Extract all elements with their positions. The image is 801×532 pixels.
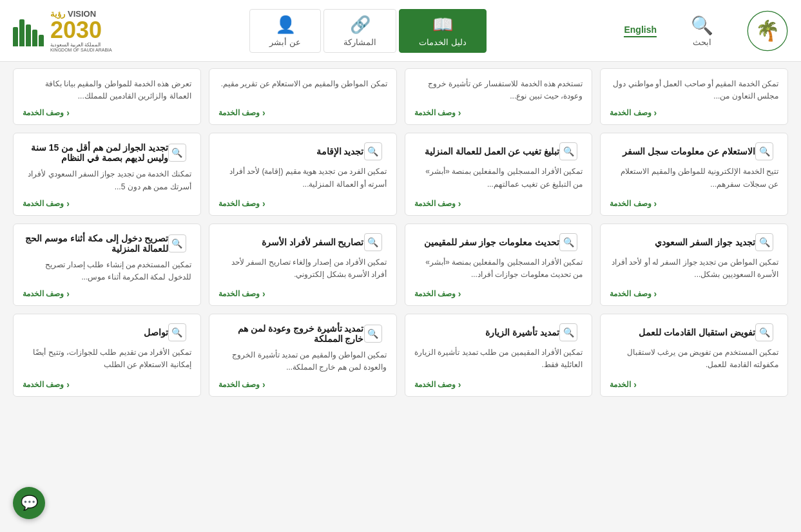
card-r2-2: 🔍 تجديد الإقامة تمكين الفرد من تجديد هوي… — [209, 133, 397, 215]
card-r2-4: 🔍 الاستعلام عن معلومات سجل السفر تتيح ال… — [600, 133, 788, 215]
card-r4-4-header: 🔍 تفويض استقبال القادمات للعمل — [610, 323, 778, 341]
search-label: ابحث — [693, 37, 711, 47]
card-r2-1-header: 🔍 تجديد الجواز لمن هم أقل من 15 سنة وليس… — [23, 142, 191, 163]
card-r3-4-title: تجديد جواز السفر السعودي — [610, 237, 755, 247]
card-r2-3-link[interactable]: وصف الخدمة — [414, 198, 583, 209]
card-r4-4-desc: تمكين المستخدم من تفويض من يرغب لاستقبال… — [610, 347, 778, 374]
card-r2-4-desc: تتيح الخدمة الإلكترونية للمواطن والمقيم … — [610, 166, 778, 193]
card-r3-1-search[interactable]: 🔍 — [168, 234, 186, 252]
search-button[interactable]: 🔍 ابحث — [670, 15, 734, 47]
card-r4-2-link[interactable]: وصف الخدمة — [218, 379, 387, 390]
main-content: تمكن الخدمة المقيم أو صاحب العمل أو مواط… — [0, 62, 801, 403]
card-r2-3-desc: تمكين الأفراد المسجلين والمفعلين بمنصة «… — [414, 166, 583, 193]
vision-logo: VISION رؤية 2030 المملكة العربية السعودي… — [50, 9, 112, 52]
card-r2-3: 🔍 تبليغ تغيب عن العمل للعمالة المنزلية ت… — [405, 133, 593, 215]
vision-logo-area: VISION رؤية 2030 المملكة العربية السعودي… — [13, 9, 112, 52]
card-r2-1-desc: تمكنك الخدمة من تجديد جواز السفر السعودي… — [23, 168, 191, 193]
nav-absher[interactable]: 👤 عن أبشر — [249, 9, 321, 53]
card-r4-1: 🔍 تواصل تمكين الأفراد من تقديم طلب للجوا… — [13, 314, 201, 396]
card-top-3: تستخدم هذه الخدمة للاستفسار عن تأشيرة خر… — [405, 68, 593, 125]
card-r3-1-title: تصريح دخول إلى مكة أثناء موسم الحج للعما… — [23, 233, 168, 254]
card-r3-4-header: 🔍 تجديد جواز السفر السعودي — [610, 233, 778, 251]
card-r2-1-search[interactable]: 🔍 — [168, 144, 186, 162]
search-icon: 🔍 — [691, 15, 713, 36]
card-r4-1-header: 🔍 تواصل — [23, 323, 191, 341]
card-r2-4-title: الاستعلام عن معلومات سجل السفر — [610, 146, 755, 157]
bar-chart-icon — [13, 15, 44, 46]
card-r3-3-title: تحديث معلومات جواز سفر للمقيمين — [414, 237, 560, 247]
nav-musharaka[interactable]: 🔗 المشاركة — [323, 9, 396, 53]
card-top-4-desc: تمكن الخدمة المقيم أو صاحب العمل أو مواط… — [610, 78, 778, 102]
card-top-3-desc: تستخدم هذه الخدمة للاستفسار عن تأشيرة خر… — [414, 78, 583, 102]
card-r4-3-header: 🔍 تمديد تأشيرة الزيارة — [414, 323, 583, 341]
row-4: 🔍 تفويض استقبال القادمات للعمل تمكين الم… — [13, 314, 788, 396]
card-r4-4-link[interactable]: الخدمة — [610, 379, 778, 390]
card-r4-3-desc: تمكين الأفراد المقيمين من طلب تمديد تأشي… — [414, 347, 583, 374]
daleel-icon: 📖 — [432, 15, 453, 35]
card-r4-3-link[interactable]: وصف الخدمة — [414, 379, 583, 390]
card-r2-3-header: 🔍 تبليغ تغيب عن العمل للعمالة المنزلية — [414, 142, 583, 160]
card-r2-2-link[interactable]: وصف الخدمة — [218, 198, 387, 209]
card-r3-3-link[interactable]: وصف الخدمة — [414, 289, 583, 299]
card-r2-2-search[interactable]: 🔍 — [364, 142, 382, 160]
card-r2-2-title: تجديد الإقامة — [218, 146, 364, 157]
card-top-4: تمكن الخدمة المقيم أو صاحب العمل أو مواط… — [600, 68, 788, 125]
card-r4-3-search[interactable]: 🔍 — [559, 323, 577, 341]
card-r3-2: 🔍 تصاريح السفر لأفراد الأسرة تمكين الأفر… — [209, 223, 397, 306]
card-r3-4-search[interactable]: 🔍 — [755, 233, 773, 251]
main-nav: 📖 دليل الخدمات 🔗 المشاركة 👤 عن أبشر — [248, 9, 487, 53]
card-r3-4-link[interactable]: وصف الخدمة — [610, 289, 778, 299]
card-r3-2-title: تصاريح السفر لأفراد الأسرة — [218, 237, 364, 247]
card-r3-2-search[interactable]: 🔍 — [364, 233, 382, 251]
card-r2-3-search[interactable]: 🔍 — [559, 142, 577, 160]
card-r3-1-desc: تمكين المستخدم من إنشاء طلب إصدار تصريح … — [23, 259, 191, 283]
card-r3-1-link[interactable]: وصف الخدمة — [23, 289, 191, 299]
card-top-1: تعرض هذه الخدمة للمواطن والمقيم بيانا بك… — [13, 68, 201, 125]
card-r4-1-title: تواصل — [23, 327, 168, 337]
card-r4-1-desc: تمكين الأفراد من تقديم طلب للجوازات، وتت… — [23, 347, 191, 374]
card-r2-2-desc: تمكين الفرد من تجديد هوية مقيم (إقامة) ل… — [218, 166, 387, 193]
card-r2-4-header: 🔍 الاستعلام عن معلومات سجل السفر — [610, 142, 778, 160]
card-r4-1-link[interactable]: وصف الخدمة — [23, 379, 191, 390]
card-r3-3-header: 🔍 تحديث معلومات جواز سفر للمقيمين — [414, 233, 583, 251]
card-r3-4: 🔍 تجديد جواز السفر السعودي تمكين المواطن… — [600, 223, 788, 306]
top-partial-row: تمكن الخدمة المقيم أو صاحب العمل أو مواط… — [13, 68, 788, 125]
card-r3-2-link[interactable]: وصف الخدمة — [218, 289, 387, 299]
card-r4-4: 🔍 تفويض استقبال القادمات للعمل تمكين الم… — [600, 314, 788, 396]
saudi-crest-icon: 🌴 — [747, 10, 788, 52]
row-3: 🔍 تجديد جواز السفر السعودي تمكين المواطن… — [13, 223, 788, 306]
absher-icon: 👤 — [275, 15, 296, 35]
card-r4-2: 🔍 تمديد تأشيرة خروج وعودة لمن هم خارج ال… — [209, 314, 397, 396]
daleel-label: دليل الخدمات — [419, 37, 467, 47]
card-r4-1-search[interactable]: 🔍 — [168, 323, 186, 341]
card-r2-4-link[interactable]: وصف الخدمة — [610, 198, 778, 209]
card-r3-3-search[interactable]: 🔍 — [559, 233, 577, 251]
card-top-2-desc: تمكن المواطن والمقيم من الاستعلام عن تقر… — [218, 78, 387, 102]
card-r4-4-search[interactable]: 🔍 — [755, 323, 773, 341]
nav-daleel[interactable]: 📖 دليل الخدمات — [399, 9, 487, 53]
card-r2-1-link[interactable]: وصف الخدمة — [23, 198, 191, 209]
card-r3-3-desc: تمكين الأفراد المسجلين والمفعلين بمنصة «… — [414, 256, 583, 283]
card-r4-2-title: تمديد تأشيرة خروج وعودة لمن هم خارج المم… — [218, 323, 364, 344]
card-r3-3: 🔍 تحديث معلومات جواز سفر للمقيمين تمكين … — [405, 223, 593, 306]
musharaka-icon: 🔗 — [350, 15, 371, 35]
header: 🌴 🔍 ابحث English 📖 دليل الخدمات 🔗 المشار… — [0, 0, 801, 62]
musharaka-label: المشاركة — [343, 37, 376, 47]
card-r4-2-search[interactable]: 🔍 — [364, 325, 382, 343]
card-top-2-link[interactable]: وصف الخدمة — [218, 108, 387, 118]
language-toggle[interactable]: English — [624, 24, 657, 37]
card-r4-4-title: تفويض استقبال القادمات للعمل — [610, 327, 755, 337]
card-r2-3-title: تبليغ تغيب عن العمل للعمالة المنزلية — [414, 146, 560, 157]
card-r3-4-desc: تمكين المواطن من تجديد جواز السفر له أو … — [610, 256, 778, 283]
card-top-1-link[interactable]: وصف الخدمة — [23, 108, 191, 118]
card-top-1-desc: تعرض هذه الخدمة للمواطن والمقيم بيانا بك… — [23, 78, 191, 102]
card-r3-1-header: 🔍 تصريح دخول إلى مكة أثناء موسم الحج للع… — [23, 233, 191, 254]
card-r3-2-desc: تمكين الأفراد من إصدار وإلغاء تصاريح الس… — [218, 256, 387, 283]
card-top-4-link[interactable]: وصف الخدمة — [610, 108, 778, 118]
card-top-2: تمكن المواطن والمقيم من الاستعلام عن تقر… — [209, 68, 397, 125]
card-r4-3: 🔍 تمديد تأشيرة الزيارة تمكين الأفراد الم… — [405, 314, 593, 396]
card-r2-4-search[interactable]: 🔍 — [755, 142, 773, 160]
card-r2-1-title: تجديد الجواز لمن هم أقل من 15 سنة وليس ل… — [23, 142, 168, 163]
card-r4-2-desc: تمكين المواطن والمقيم من تمديد تأشيرة ال… — [218, 349, 387, 374]
card-top-3-link[interactable]: وصف الخدمة — [414, 108, 583, 118]
